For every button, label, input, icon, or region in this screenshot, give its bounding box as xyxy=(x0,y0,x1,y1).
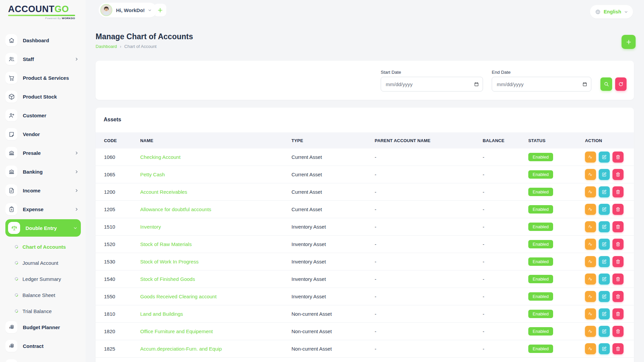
row-actions xyxy=(585,256,627,267)
refresh-icon xyxy=(618,81,624,87)
activity-button[interactable] xyxy=(585,343,596,354)
activity-button[interactable] xyxy=(585,256,596,267)
activity-button[interactable] xyxy=(585,308,596,319)
activity-button[interactable] xyxy=(585,291,596,302)
delete-button[interactable] xyxy=(612,291,624,302)
edit-icon xyxy=(602,155,607,160)
user-plus-icon xyxy=(5,109,17,121)
account-name-link[interactable]: Stock of Work In Progress xyxy=(140,259,291,264)
delete-button[interactable] xyxy=(612,239,624,250)
breadcrumb-dashboard-link[interactable]: Dashboard xyxy=(96,44,117,49)
sidebar-subitem-journal-account[interactable]: Journal Account xyxy=(5,257,81,269)
sidebar-item-income[interactable]: Income xyxy=(5,184,81,196)
sidebar-subitem-trial-balance[interactable]: Trial Balance xyxy=(5,305,81,317)
sidebar-item-vendor[interactable]: Vendor xyxy=(5,128,81,140)
edit-button[interactable] xyxy=(599,221,610,232)
status-badge: Enabled xyxy=(528,327,553,336)
parent-account-name: - xyxy=(375,346,483,352)
sidebar-item-banking[interactable]: Banking xyxy=(5,166,81,178)
edit-button[interactable] xyxy=(599,343,610,354)
delete-button[interactable] xyxy=(612,152,624,163)
sidebar-item-double-entry[interactable]: Double Entry xyxy=(5,219,81,237)
sidebar-subitem-balance-sheet[interactable]: Balance Sheet xyxy=(5,289,81,301)
sidebar-subitem-ledger-summary[interactable]: Ledger Summary xyxy=(5,273,81,285)
note-icon xyxy=(5,128,17,140)
edit-button[interactable] xyxy=(599,256,610,267)
delete-button[interactable] xyxy=(612,169,624,180)
apply-filter-button[interactable] xyxy=(600,77,612,91)
sidebar-item-customer[interactable]: Customer xyxy=(5,109,81,121)
account-name-link[interactable]: Stock of Raw Materials xyxy=(140,241,291,247)
sidebar-item-label: Presale xyxy=(23,150,41,156)
sidebar-item-presale[interactable]: Presale xyxy=(5,147,81,159)
chevron-down-icon xyxy=(624,10,628,14)
edit-button[interactable] xyxy=(599,274,610,285)
sidebar-item-contract[interactable]: $Contract xyxy=(5,340,81,352)
delete-button[interactable] xyxy=(612,186,624,197)
account-name-link[interactable]: Stock of Finished Goods xyxy=(140,276,291,282)
delete-button[interactable] xyxy=(612,326,624,337)
sidebar-item-partial xyxy=(5,359,17,362)
edit-icon xyxy=(602,189,607,194)
language-selector[interactable]: English xyxy=(590,5,633,18)
activity-button[interactable] xyxy=(585,186,596,197)
end-date-input[interactable] xyxy=(492,77,591,92)
create-account-button[interactable] xyxy=(622,35,636,49)
sidebar-item-staff[interactable]: Staff xyxy=(5,53,81,65)
edit-button[interactable] xyxy=(599,186,610,197)
account-name-link[interactable]: Account Receivables xyxy=(140,189,291,195)
chevron-right-icon xyxy=(74,188,79,193)
sidebar-item-budget-planner[interactable]: $Budget Planner xyxy=(5,321,81,333)
activity-button[interactable] xyxy=(585,204,596,215)
account-name-link[interactable]: Office Furniture and Equipement xyxy=(140,328,291,334)
sidebar-item-product-services[interactable]: Product & Services xyxy=(5,72,81,84)
account-name-link[interactable]: Goods Received Clearing account xyxy=(140,294,291,299)
edit-button[interactable] xyxy=(599,204,610,215)
edit-button[interactable] xyxy=(599,239,610,250)
edit-button[interactable] xyxy=(599,291,610,302)
column-parent: PARENT ACCOUNT NAME xyxy=(375,138,483,143)
sidebar-item-dashboard[interactable]: Dashboard xyxy=(5,34,81,46)
chevron-right-icon xyxy=(74,151,79,155)
trash-icon xyxy=(615,242,621,247)
sidebar-item-product-stock[interactable]: Product Stock xyxy=(5,90,81,103)
sidebar-subitem-chart-of-accounts[interactable]: Chart of Accounts xyxy=(5,241,81,253)
delete-button[interactable] xyxy=(612,256,624,267)
trash-icon xyxy=(615,329,621,334)
account-name-link[interactable]: Petty Cash xyxy=(140,172,291,177)
delete-button[interactable] xyxy=(612,221,624,232)
activity-button[interactable] xyxy=(585,239,596,250)
account-name-link[interactable]: Accum.depreciation-Furn. and Equip xyxy=(140,346,291,352)
delete-button[interactable] xyxy=(612,204,624,215)
edit-button[interactable] xyxy=(599,152,610,163)
edit-button[interactable] xyxy=(599,326,610,337)
account-name-link[interactable]: Inventory xyxy=(140,224,291,230)
activity-button[interactable] xyxy=(585,274,596,285)
sidebar-subitem-label: Chart of Accounts xyxy=(22,244,66,250)
svg-text:$: $ xyxy=(11,208,12,211)
delete-button[interactable] xyxy=(612,308,624,319)
sidebar-item-expense[interactable]: $Expense xyxy=(5,203,81,215)
activity-button[interactable] xyxy=(585,152,596,163)
trash-icon xyxy=(615,207,621,212)
chevron-right-icon xyxy=(74,57,79,61)
account-code: 1520 xyxy=(104,241,140,247)
delete-button[interactable] xyxy=(612,343,624,354)
account-type: Inventory Asset xyxy=(291,276,375,282)
account-name-link[interactable]: Allowance for doubtful accounts xyxy=(140,206,291,212)
edit-button[interactable] xyxy=(599,308,610,319)
delete-button[interactable] xyxy=(612,274,624,285)
chevron-right-icon xyxy=(74,170,79,174)
activity-wave-icon xyxy=(588,242,593,247)
user-menu[interactable]: Hi, WorkDo! xyxy=(99,3,157,17)
sidebar-subitem-label: Journal Account xyxy=(22,260,58,266)
brand-logo[interactable]: ACCOUNTGO Powered By WORKDO xyxy=(8,5,75,20)
account-name-link[interactable]: Checking Account xyxy=(140,154,291,160)
activity-button[interactable] xyxy=(585,169,596,180)
edit-button[interactable] xyxy=(599,169,610,180)
activity-button[interactable] xyxy=(585,326,596,337)
activity-button[interactable] xyxy=(585,221,596,232)
start-date-input[interactable] xyxy=(381,77,483,92)
account-name-link[interactable]: Land and Buildings xyxy=(140,311,291,317)
reset-filter-button[interactable] xyxy=(615,77,627,91)
